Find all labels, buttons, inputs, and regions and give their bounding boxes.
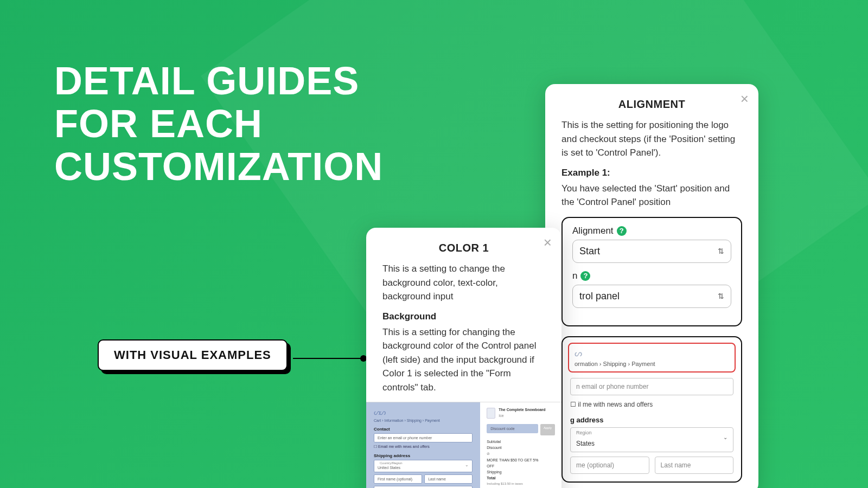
- close-icon[interactable]: ×: [544, 235, 552, 249]
- example-label: Example 1:: [561, 168, 742, 178]
- help-icon[interactable]: ?: [580, 271, 590, 281]
- headline-line-2: FOR EACH: [54, 102, 383, 145]
- mock-control-panel: ᔕᔕ Cart › Information › Shipping › Payme…: [366, 402, 480, 488]
- logo-icon: ᔕᔕ: [374, 408, 473, 416]
- last-name-field[interactable]: Last name: [424, 474, 473, 484]
- background-label: Background: [382, 311, 545, 322]
- product-thumb: [487, 408, 495, 419]
- chevron-updown-icon: ⇅: [718, 292, 724, 300]
- headline-line-1: DETAIL GUIDES: [54, 60, 383, 102]
- help-icon[interactable]: ?: [617, 226, 627, 236]
- alignment-desc: This is the setting for positioning the …: [561, 118, 742, 160]
- color1-title: COLOR 1: [382, 242, 545, 254]
- address-field[interactable]: Address: [374, 486, 473, 488]
- chevron-updown-icon: ⇅: [718, 247, 724, 255]
- chevron-down-icon: ⌄: [723, 434, 727, 440]
- news-checkbox-label[interactable]: ☐ Email me with news and offers: [374, 445, 473, 449]
- email-field[interactable]: Enter an email or phone number: [374, 433, 473, 442]
- first-name-field[interactable]: First name (optional): [374, 474, 422, 484]
- country-select[interactable]: Region States ⌄: [570, 427, 733, 452]
- color1-desc: This is a setting to change the backgrou…: [382, 262, 545, 304]
- alignment-preview: ᔕ ormation › Shipping › Payment n email …: [561, 336, 742, 483]
- badge-wrap: WITH VISUAL EXAMPLES: [98, 339, 288, 371]
- headline-line-3: CUSTOMIZATION: [54, 145, 383, 188]
- example-desc: You have selected the 'Start' position a…: [561, 182, 742, 209]
- preview-header-highlight: ᔕ ormation › Shipping › Payment: [568, 343, 736, 373]
- apply-button[interactable]: Apply: [540, 424, 555, 435]
- alignment-select[interactable]: Start ⇅: [572, 240, 731, 263]
- discount-code-field[interactable]: Discount code: [487, 424, 538, 433]
- color1-help-card: × COLOR 1 This is a setting to change th…: [366, 228, 561, 488]
- breadcrumb: Cart › Information › Shipping › Payment: [374, 419, 473, 422]
- mock-order-summary: The Complete Snowboard Ice Discount code…: [480, 402, 561, 488]
- alignment-settings-panel: Alignment ? Start ⇅ n ? trol panel ⇅: [561, 217, 742, 326]
- country-select[interactable]: Country/Region United States ⌄: [374, 460, 473, 472]
- last-name-field[interactable]: Last name: [655, 457, 734, 474]
- email-field[interactable]: n email or phone number: [570, 378, 733, 395]
- visual-examples-badge: WITH VISUAL EXAMPLES: [98, 339, 288, 371]
- headline: DETAIL GUIDES FOR EACH CUSTOMIZATION: [54, 60, 383, 189]
- breadcrumb: ormation › Shipping › Payment: [575, 361, 729, 367]
- news-checkbox-label[interactable]: ☐ il me with news and offers: [570, 401, 733, 408]
- chevron-down-icon: ⌄: [465, 463, 469, 467]
- connector-line: [293, 358, 363, 359]
- alignment-field-label: Alignment ?: [572, 226, 731, 236]
- alignment-title: ALIGNMENT: [561, 98, 742, 111]
- position-select[interactable]: trol panel ⇅: [572, 285, 731, 308]
- close-icon[interactable]: ×: [741, 92, 749, 106]
- position-field-label-partial: n ?: [572, 271, 731, 281]
- shipping-section-label: g address: [570, 416, 733, 424]
- background-desc: This is a setting for changing the backg…: [382, 325, 545, 395]
- checkout-mock-preview: ᔕᔕ Cart › Information › Shipping › Payme…: [366, 402, 561, 488]
- logo-icon: ᔕ: [575, 348, 729, 358]
- first-name-field[interactable]: me (optional): [570, 457, 649, 474]
- alignment-help-card: × ALIGNMENT This is the setting for posi…: [545, 84, 758, 488]
